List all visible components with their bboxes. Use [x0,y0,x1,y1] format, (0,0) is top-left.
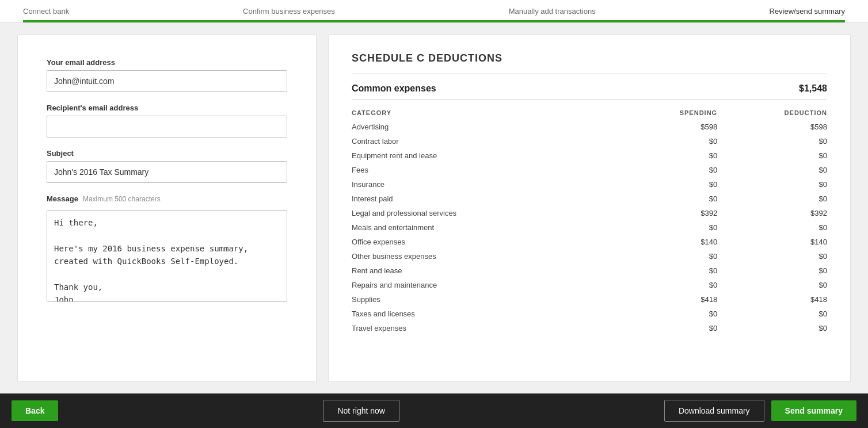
row-spending: $0 [620,177,717,192]
row-category: Taxes and licenses [352,307,620,321]
row-spending: $0 [620,249,717,263]
row-category: Supplies [352,292,620,307]
row-spending: $140 [620,235,717,249]
download-summary-button[interactable]: Download summary [664,400,764,422]
table-row: Travel expenses $0 $0 [352,321,827,335]
message-group: Message Maximum 500 characters Hi there,… [47,194,287,304]
common-expenses-row: Common expenses $1,548 [352,83,827,94]
row-category: Insurance [352,177,620,192]
col-category: CATEGORY [352,106,620,120]
common-expenses-label: Common expenses [352,83,436,94]
table-row: Interest paid $0 $0 [352,192,827,206]
row-spending: $0 [620,163,717,177]
row-deduction: $0 [717,134,827,148]
row-deduction: $0 [717,263,827,278]
schedule-c-title: SCHEDULE C DEDUCTIONS [352,52,827,64]
table-row: Rent and lease $0 $0 [352,263,827,278]
col-spending: SPENDING [620,106,717,120]
row-category: Rent and lease [352,263,620,278]
right-panel: SCHEDULE C DEDUCTIONS Common expenses $1… [328,35,851,382]
table-row: Meals and entertainment $0 $0 [352,220,827,235]
row-deduction: $0 [717,321,827,335]
row-category: Travel expenses [352,321,620,335]
row-deduction: $0 [717,192,827,206]
row-spending: $0 [620,278,717,292]
table-row: Other business expenses $0 $0 [352,249,827,263]
row-deduction: $0 [717,249,827,263]
step-connect-bank: Connect bank [23,7,69,16]
row-spending: $0 [620,321,717,335]
table-row: Advertising $598 $598 [352,120,827,134]
message-max-chars: Maximum 500 characters [83,195,161,203]
col-deduction: DEDUCTION [717,106,827,120]
step-manually-add: Manually add transactions [509,7,596,16]
row-category: Interest paid [352,192,620,206]
row-deduction: $140 [717,235,827,249]
table-row: Office expenses $140 $140 [352,235,827,249]
not-right-now-button[interactable]: Not right now [323,400,399,422]
row-category: Other business expenses [352,249,620,263]
expense-table: CATEGORY SPENDING DEDUCTION Advertising … [352,106,827,335]
row-deduction: $0 [717,163,827,177]
your-email-group: Your email address [47,58,287,92]
row-spending: $0 [620,192,717,206]
row-category: Advertising [352,120,620,134]
recipient-email-input[interactable] [47,116,287,137]
send-summary-button[interactable]: Send summary [771,400,856,421]
table-row: Equipment rent and lease $0 $0 [352,148,827,163]
row-deduction: $598 [717,120,827,134]
row-category: Meals and entertainment [352,220,620,235]
table-row: Supplies $418 $418 [352,292,827,307]
table-row: Insurance $0 $0 [352,177,827,192]
row-spending: $0 [620,134,717,148]
row-deduction: $0 [717,177,827,192]
back-button[interactable]: Back [12,400,58,421]
row-category: Equipment rent and lease [352,148,620,163]
message-textarea[interactable]: Hi there, Here's my 2016 business expens… [47,210,287,302]
recipient-email-group: Recipient's email address [47,104,287,137]
section-divider [352,74,827,74]
message-label-row: Message Maximum 500 characters [47,194,287,207]
step-review-send: Review/send summary [770,7,846,16]
your-email-input[interactable] [47,70,287,92]
table-row: Taxes and licenses $0 $0 [352,307,827,321]
progress-steps: Connect bank Confirm business expenses M… [23,7,845,16]
subject-label: Subject [47,149,287,158]
common-expenses-total: $1,548 [799,83,827,94]
your-email-label: Your email address [47,58,287,67]
left-panel: Your email address Recipient's email add… [17,35,317,382]
footer: Back Not right now Download summary Send… [0,393,868,428]
footer-center: Not right now [323,400,399,422]
subject-input[interactable] [47,161,287,183]
row-spending: $392 [620,206,717,220]
main-content: Your email address Recipient's email add… [0,23,868,393]
row-deduction: $0 [717,307,827,321]
message-label: Message [47,194,78,203]
progress-bar-container: Connect bank Confirm business expenses M… [0,0,868,23]
subject-group: Subject [47,149,287,183]
row-category: Legal and professional services [352,206,620,220]
row-deduction: $0 [717,220,827,235]
row-category: Fees [352,163,620,177]
row-deduction: $418 [717,292,827,307]
recipient-email-label: Recipient's email address [47,104,287,112]
table-row: Contract labor $0 $0 [352,134,827,148]
row-category: Contract labor [352,134,620,148]
table-row: Legal and professional services $392 $39… [352,206,827,220]
table-divider [352,100,827,100]
row-deduction: $392 [717,206,827,220]
row-spending: $0 [620,148,717,163]
row-spending: $0 [620,307,717,321]
table-row: Fees $0 $0 [352,163,827,177]
row-deduction: $0 [717,148,827,163]
footer-left: Back [12,400,58,421]
table-header-row: CATEGORY SPENDING DEDUCTION [352,106,827,120]
table-row: Repairs and maintenance $0 $0 [352,278,827,292]
progress-track [23,20,845,22]
step-confirm-expenses: Confirm business expenses [243,7,335,16]
progress-fill [23,20,845,22]
row-spending: $0 [620,220,717,235]
row-spending: $0 [620,263,717,278]
row-category: Repairs and maintenance [352,278,620,292]
footer-right: Download summary Send summary [664,400,856,422]
